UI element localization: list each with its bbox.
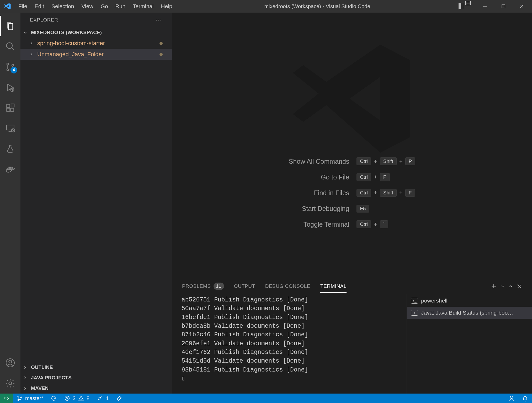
- terminal-dropdown-icon[interactable]: [501, 284, 505, 288]
- window-title: mixedroots (Workspace) - Visual Studio C…: [176, 3, 459, 9]
- menu-go[interactable]: Go: [97, 1, 112, 12]
- java-projects-section[interactable]: JAVA PROJECTS: [20, 373, 172, 383]
- ports-count: 1: [106, 395, 109, 401]
- shortcut-keys: F5: [357, 205, 415, 213]
- status-notifications[interactable]: [518, 394, 532, 403]
- keyboard-key: `: [380, 220, 388, 228]
- file-tree: spring-boot-custom-starter Unmanaged_Jav…: [20, 38, 172, 362]
- activity-accounts[interactable]: [0, 353, 20, 373]
- folder-label: spring-boot-custom-starter: [37, 40, 105, 47]
- modified-dot-icon: [159, 53, 163, 56]
- terminal-item-java-build[interactable]: > Java: Java Build Status (spring-boo…: [407, 307, 532, 319]
- plus-separator: +: [374, 221, 377, 228]
- svg-rect-1: [502, 5, 505, 8]
- keyboard-key: F5: [357, 205, 369, 213]
- menu-file[interactable]: File: [15, 1, 31, 12]
- activity-search[interactable]: [0, 36, 20, 57]
- svg-rect-14: [11, 108, 14, 112]
- svg-point-27: [9, 382, 12, 385]
- plus-separator: +: [399, 189, 403, 196]
- maven-section[interactable]: MAVEN: [20, 383, 172, 394]
- menu-view[interactable]: View: [78, 1, 97, 12]
- svg-point-41: [510, 396, 513, 399]
- terminal-label: powershell: [421, 298, 447, 304]
- svg-point-34: [20, 397, 22, 398]
- window-maximize-button[interactable]: [494, 0, 513, 13]
- plus-separator: +: [374, 189, 377, 196]
- scm-badge: 4: [10, 67, 17, 73]
- terminal-item-powershell[interactable]: >_ powershell: [407, 295, 532, 307]
- keyboard-key: Shift: [380, 189, 397, 197]
- sidebar-more-icon[interactable]: ⋯: [156, 16, 163, 24]
- status-remote[interactable]: [0, 394, 13, 403]
- sidebar: EXPLORER ⋯ MIXEDROOTS (WORKSPACE) spring…: [20, 13, 172, 394]
- shortcut-keys: Ctrl+P: [357, 173, 415, 181]
- tab-debug-console[interactable]: DEBUG CONSOLE: [265, 283, 310, 289]
- activity-remote-explorer[interactable]: [0, 118, 20, 139]
- svg-point-40: [98, 398, 100, 400]
- status-ports[interactable]: 1: [93, 394, 112, 403]
- tab-problems[interactable]: PROBLEMS 11: [182, 283, 224, 290]
- status-live-share[interactable]: [112, 394, 126, 403]
- chevron-right-icon: [29, 52, 35, 56]
- menu-terminal[interactable]: Terminal: [129, 1, 157, 12]
- shortcut-label: Start Debugging: [289, 205, 349, 213]
- activity-run-debug[interactable]: [0, 77, 20, 98]
- svg-rect-23: [8, 167, 10, 168]
- svg-line-5: [12, 48, 14, 50]
- layout-controls: [459, 3, 468, 9]
- svg-point-39: [81, 399, 81, 400]
- close-panel-icon[interactable]: [517, 284, 522, 289]
- problems-count: 11: [214, 283, 224, 290]
- activity-bar: 4: [0, 13, 20, 394]
- activity-source-control[interactable]: 4: [0, 57, 20, 77]
- terminal-list: >_ powershell > Java: Java Build Status …: [407, 294, 532, 394]
- activity-explorer[interactable]: [0, 16, 20, 36]
- warning-count: 8: [87, 395, 89, 401]
- activity-docker[interactable]: [0, 159, 20, 179]
- status-problems[interactable]: 3 8: [61, 394, 93, 403]
- branch-name: master*: [25, 395, 43, 401]
- status-bar: master* 3 8 1: [0, 394, 532, 403]
- menu-help[interactable]: Help: [157, 1, 176, 12]
- terminal-output[interactable]: ab526751 Publish Diagnostics [Done] 50aa…: [172, 294, 407, 394]
- tab-label: PROBLEMS: [182, 283, 211, 289]
- outline-section[interactable]: OUTLINE: [20, 362, 172, 373]
- svg-point-26: [9, 360, 12, 363]
- activity-extensions[interactable]: [0, 98, 20, 118]
- terminal-icon: >: [411, 310, 418, 316]
- tree-folder[interactable]: spring-boot-custom-starter: [20, 38, 172, 49]
- menu-edit[interactable]: Edit: [31, 1, 48, 12]
- workspace-name: MIXEDROOTS (WORKSPACE): [31, 30, 102, 35]
- menu-run[interactable]: Run: [112, 1, 129, 12]
- chevron-right-icon: [23, 386, 29, 390]
- menu-selection[interactable]: Selection: [48, 1, 78, 12]
- menu-bar: File Edit Selection View Go Run Terminal…: [15, 1, 176, 12]
- activity-settings[interactable]: [0, 373, 20, 394]
- plus-separator: +: [374, 174, 377, 181]
- shortcut-label: Toggle Terminal: [289, 221, 349, 228]
- window-minimize-button[interactable]: [476, 0, 494, 13]
- titlebar: File Edit Selection View Go Run Terminal…: [0, 0, 532, 13]
- activity-testing[interactable]: [0, 139, 20, 159]
- editor-area: Show All CommandsCtrl+Shift+PGo to FileC…: [172, 13, 532, 394]
- terminal-icon: >_: [411, 298, 418, 304]
- toggle-primary-sidebar-icon[interactable]: [459, 3, 459, 9]
- window-close-button[interactable]: [513, 0, 531, 13]
- keyboard-key: F: [405, 189, 415, 197]
- terminal-label: Java: Java Build Status (spring-boo…: [421, 310, 513, 316]
- tab-output[interactable]: OUTPUT: [234, 283, 255, 289]
- keyboard-key: P: [380, 173, 390, 181]
- tab-terminal[interactable]: TERMINAL: [320, 283, 347, 289]
- maximize-panel-icon[interactable]: [508, 284, 513, 289]
- status-sync[interactable]: [47, 394, 61, 403]
- bottom-panel: PROBLEMS 11 OUTPUT DEBUG CONSOLE TERMINA…: [172, 279, 532, 394]
- new-terminal-icon[interactable]: [491, 283, 497, 289]
- toggle-panel-icon[interactable]: [462, 3, 462, 9]
- tree-folder[interactable]: Unmanaged_Java_Folder: [20, 49, 172, 60]
- status-feedback[interactable]: [505, 394, 518, 403]
- keyboard-key: Ctrl: [357, 220, 371, 228]
- shortcut-label: Find in Files: [289, 189, 349, 197]
- status-branch[interactable]: master*: [13, 394, 47, 403]
- workspace-section[interactable]: MIXEDROOTS (WORKSPACE): [20, 27, 172, 38]
